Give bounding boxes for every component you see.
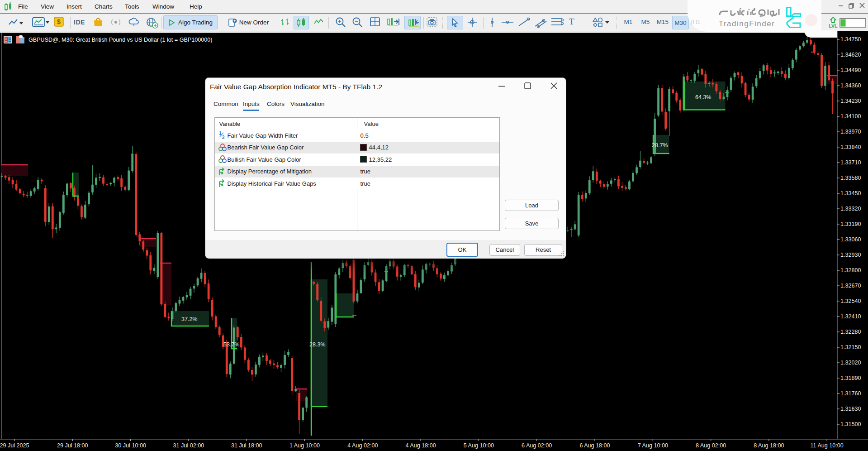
svg-text:1.33060: 1.33060 (840, 236, 861, 243)
svg-text:8 Aug 18:00: 8 Aug 18:00 (754, 442, 784, 449)
svg-text:1.34490: 1.34490 (840, 67, 861, 73)
svg-text:64.3%: 64.3% (695, 94, 711, 101)
svg-text:2: 2 (222, 135, 225, 140)
svg-text:1.32280: 1.32280 (840, 329, 861, 335)
svg-text:1.31890: 1.31890 (840, 375, 861, 381)
svg-text:11 Aug 10:00: 11 Aug 10:00 (811, 442, 844, 449)
svg-text:1.34230: 1.34230 (840, 98, 861, 104)
svg-text:1.33320: 1.33320 (840, 206, 861, 212)
svg-text:1.34620: 1.34620 (840, 52, 861, 58)
svg-text:1.33840: 1.33840 (840, 144, 861, 150)
svg-text:1.32930: 1.32930 (840, 252, 861, 258)
svg-text:53.7%: 53.7% (223, 341, 239, 348)
svg-text:6 Aug 18:00: 6 Aug 18:00 (579, 442, 610, 449)
svg-text:LVL: LVL (829, 23, 838, 29)
svg-text:1.31500: 1.31500 (840, 421, 861, 427)
svg-text:31 Jul 02:00: 31 Jul 02:00 (173, 442, 204, 449)
svg-text:4 Aug 18:00: 4 Aug 18:00 (405, 442, 436, 449)
svg-text:1.33970: 1.33970 (840, 129, 861, 135)
svg-text:28.7%: 28.7% (652, 142, 668, 149)
svg-text:1.32150: 1.32150 (840, 344, 861, 350)
svg-text:28.3%: 28.3% (309, 341, 325, 348)
svg-text:1.32540: 1.32540 (840, 298, 861, 304)
svg-text:1.33580: 1.33580 (840, 175, 861, 181)
svg-text:1.32800: 1.32800 (840, 267, 861, 273)
svg-text:31 Jul 18:00: 31 Jul 18:00 (231, 442, 262, 449)
svg-text:1.31630: 1.31630 (840, 406, 861, 412)
svg-text:30 Jul 10:00: 30 Jul 10:00 (115, 442, 146, 449)
svg-text:6 Aug 02:00: 6 Aug 02:00 (522, 442, 552, 449)
svg-text:4 Aug 02:00: 4 Aug 02:00 (347, 442, 378, 449)
svg-text:29 Jul 18:00: 29 Jul 18:00 (57, 442, 88, 449)
svg-text:1 Aug 10:00: 1 Aug 10:00 (289, 442, 320, 449)
svg-text:1.32410: 1.32410 (840, 313, 861, 320)
svg-text:8 Aug 02:00: 8 Aug 02:00 (696, 442, 726, 449)
svg-text:37.2%: 37.2% (181, 316, 197, 322)
svg-text:1.32670: 1.32670 (840, 283, 861, 289)
svg-text:7 Aug 10:00: 7 Aug 10:00 (638, 442, 668, 449)
svg-text:1.34360: 1.34360 (840, 82, 861, 89)
svg-text:1.34100: 1.34100 (840, 113, 861, 120)
svg-text:GBPUSD@, M30: Great British P: GBPUSD@, M30: Great British Pound vs US … (28, 37, 213, 43)
svg-text:29 Jul 2025: 29 Jul 2025 (0, 442, 29, 449)
svg-text:5 Aug 10:00: 5 Aug 10:00 (464, 442, 494, 449)
svg-text:1.33190: 1.33190 (840, 221, 861, 227)
svg-text:1.33450: 1.33450 (840, 190, 861, 197)
svg-text:1.34750: 1.34750 (840, 36, 861, 43)
svg-text:1.32020: 1.32020 (840, 360, 861, 366)
svg-text:1.31760: 1.31760 (840, 390, 861, 397)
svg-text:1.33710: 1.33710 (840, 159, 861, 166)
